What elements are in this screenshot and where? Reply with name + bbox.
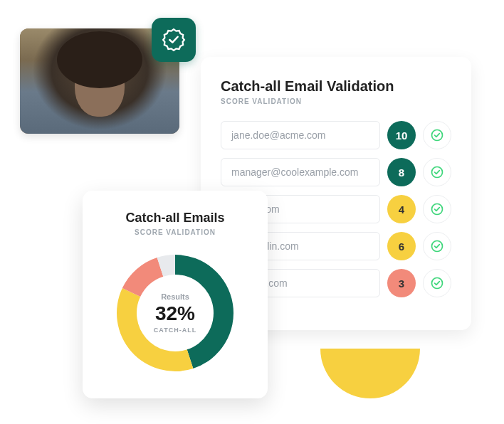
check-circle-icon xyxy=(423,269,451,297)
score-badge: 6 xyxy=(387,232,416,260)
email-input[interactable]: manager@coolexample.com xyxy=(221,158,380,186)
check-circle-icon xyxy=(423,121,451,149)
check-circle-icon xyxy=(423,232,451,260)
verified-seal-icon xyxy=(162,28,186,52)
donut-subtitle: SCORE VALIDATION xyxy=(100,228,251,236)
panel-subtitle: SCORE VALIDATION xyxy=(221,97,451,105)
panel-title: Catch-all Email Validation xyxy=(221,78,451,95)
verified-badge xyxy=(152,18,196,62)
check-circle-icon xyxy=(423,195,451,223)
donut-chart-panel: Catch-all Emails SCORE VALIDATION Result… xyxy=(83,191,268,398)
email-row: jane.doe@acme.com10 xyxy=(221,121,451,149)
decorative-blob xyxy=(320,349,420,398)
score-badge: 8 xyxy=(387,158,416,186)
avatar-illustration xyxy=(75,53,125,117)
score-badge: 10 xyxy=(387,121,416,149)
donut-results-label: Results xyxy=(161,292,189,301)
donut-title: Catch-all Emails xyxy=(100,211,251,226)
score-badge: 4 xyxy=(387,195,416,223)
email-row: manager@coolexample.com8 xyxy=(221,158,451,186)
email-input[interactable]: jane.doe@acme.com xyxy=(221,121,380,149)
donut-catch-label: CATCH-ALL xyxy=(154,327,196,334)
score-badge: 3 xyxy=(387,269,416,297)
donut-percent: 32% xyxy=(155,302,195,325)
donut-chart: Results 32% CATCH-ALL xyxy=(111,249,239,377)
check-circle-icon xyxy=(423,158,451,186)
